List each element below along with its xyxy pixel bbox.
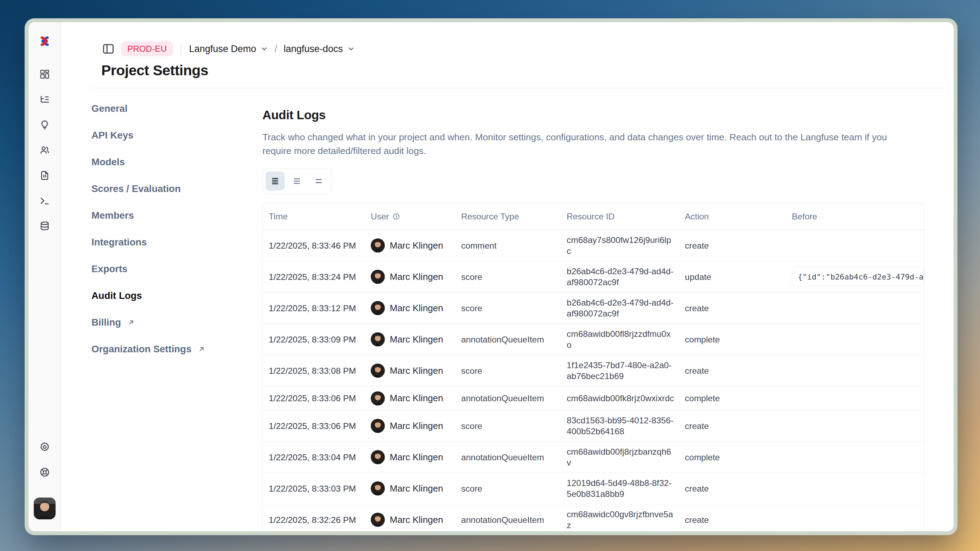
breadcrumb: PROD-EU Langfuse Demo / langfuse-docs <box>101 40 945 57</box>
settings-nav-item-integrations[interactable]: Integrations <box>91 237 262 248</box>
user-name: Marc Klingen <box>390 303 443 314</box>
env-badge: PROD-EU <box>121 41 173 56</box>
cell-user: Marc Klingen <box>365 391 455 405</box>
table-row[interactable]: 1/22/2025, 8:33:06 PM Marc Klingen score… <box>263 410 924 441</box>
settings-nav-item-api-keys[interactable]: API Keys <box>91 130 262 141</box>
row-height-short-icon[interactable] <box>309 171 328 191</box>
user-avatar-icon <box>371 364 385 378</box>
sidebar-item-datasets[interactable] <box>37 168 52 183</box>
table-row[interactable]: 1/22/2025, 8:33:24 PM Marc Klingen score… <box>263 261 924 292</box>
user-avatar[interactable] <box>34 497 56 519</box>
col-before: Before <box>786 212 924 222</box>
chevron-down-icon <box>347 45 355 53</box>
settings-gear-icon[interactable] <box>37 439 52 455</box>
sidebar-item-database[interactable] <box>37 218 52 234</box>
col-action: Action <box>679 212 786 222</box>
settings-nav-item-billing[interactable]: Billing <box>91 317 262 328</box>
user-avatar-icon <box>371 513 385 527</box>
user-avatar-icon <box>371 238 385 252</box>
table-row[interactable]: 1/22/2025, 8:33:09 PM Marc Klingen annot… <box>263 324 924 355</box>
user-name: Marc Klingen <box>390 483 443 494</box>
support-lifebuoy-icon[interactable] <box>37 465 52 480</box>
panel-left-icon[interactable] <box>101 42 115 56</box>
cell-resource-id: cm68awidb00fk8rjz0wxixrdc <box>561 393 679 404</box>
project-selector[interactable]: langfuse-docs <box>284 44 355 54</box>
sidebar-item-prompts[interactable] <box>37 117 52 133</box>
table-row[interactable]: 1/22/2025, 8:33:03 PM Marc Klingen score… <box>263 473 924 504</box>
langfuse-logo-icon <box>37 35 52 48</box>
sidebar-item-users[interactable] <box>37 143 52 158</box>
org-selector[interactable]: Langfuse Demo <box>189 44 268 54</box>
cell-resource-id: cm68awidc00gv8rjzfbnve5az <box>561 509 679 530</box>
settings-nav-label: Models <box>91 156 125 168</box>
user-name: Marc Klingen <box>390 240 443 251</box>
user-avatar-icon <box>371 419 385 433</box>
cell-user: Marc Klingen <box>365 450 455 464</box>
sidebar-item-playground[interactable] <box>37 193 52 208</box>
sidebar-item-dashboard[interactable] <box>37 67 52 82</box>
section-description: Track who changed what in your project a… <box>262 130 917 158</box>
settings-nav-item-organization-settings[interactable]: Organization Settings <box>91 343 262 355</box>
settings-nav: General API Keys Models Scores / Evaluat… <box>91 103 262 531</box>
org-name: Langfuse Demo <box>189 44 256 54</box>
user-name: Marc Klingen <box>390 272 443 283</box>
table-row[interactable]: 1/22/2025, 8:33:08 PM Marc Klingen score… <box>263 355 924 386</box>
before-json-preview[interactable]: {"id":"b26ab4c6-d2e3-479d-a <box>792 267 924 287</box>
user-name: Marc Klingen <box>390 514 443 525</box>
settings-nav-label: General <box>91 103 127 114</box>
cell-user: Marc Klingen <box>365 481 455 495</box>
cell-resource-id: cm68awidb00fj8rjzbanzqh6v <box>561 446 679 468</box>
settings-nav-item-audit-logs[interactable]: Audit Logs <box>91 290 262 301</box>
settings-nav-item-models[interactable]: Models <box>91 156 262 168</box>
settings-nav-label: Members <box>91 210 134 221</box>
settings-nav-item-general[interactable]: General <box>91 103 262 114</box>
row-height-tall-icon[interactable] <box>266 171 285 191</box>
table-body: 1/22/2025, 8:33:46 PM Marc Klingen comme… <box>263 230 924 531</box>
cell-resource-id: 83cd1563-bb95-4012-8356-400b52b64168 <box>561 415 679 437</box>
cell-time: 1/22/2025, 8:33:04 PM <box>263 452 365 463</box>
cell-action: create <box>679 421 786 432</box>
cell-resource-type: score <box>455 272 561 283</box>
user-avatar-icon <box>371 270 385 284</box>
table-row[interactable]: 1/22/2025, 8:33:46 PM Marc Klingen comme… <box>263 230 924 261</box>
cell-resource-type: score <box>455 303 561 314</box>
settings-nav-item-exports[interactable]: Exports <box>91 264 262 275</box>
user-name: Marc Klingen <box>390 334 443 345</box>
cell-action: complete <box>679 393 786 404</box>
cell-action: complete <box>679 334 786 345</box>
cell-action: update <box>679 272 786 283</box>
user-avatar-icon <box>371 332 385 346</box>
table-row[interactable]: 1/22/2025, 8:32:26 PM Marc Klingen annot… <box>263 504 924 531</box>
app-window: PROD-EU Langfuse Demo / langfuse-docs Pr… <box>25 18 958 535</box>
row-height-toggle-group <box>262 168 331 194</box>
table-row[interactable]: 1/22/2025, 8:33:04 PM Marc Klingen annot… <box>263 441 924 473</box>
user-name: Marc Klingen <box>390 365 443 376</box>
audit-logs-section: Audit Logs Track who changed what in you… <box>262 103 954 531</box>
cell-time: 1/22/2025, 8:33:12 PM <box>263 303 365 314</box>
cell-time: 1/22/2025, 8:33:24 PM <box>263 272 365 283</box>
cell-user: Marc Klingen <box>365 270 455 284</box>
cell-time: 1/22/2025, 8:33:08 PM <box>263 365 365 376</box>
cell-time: 1/22/2025, 8:33:46 PM <box>263 240 365 251</box>
cell-action: create <box>679 365 786 376</box>
cell-time: 1/22/2025, 8:33:06 PM <box>263 393 365 404</box>
cell-resource-id: b26ab4c6-d2e3-479d-ad4d-af980072ac9f <box>561 297 679 319</box>
cell-user: Marc Klingen <box>365 332 455 346</box>
settings-nav-item-members[interactable]: Members <box>91 210 262 221</box>
cell-user: Marc Klingen <box>365 513 455 527</box>
cell-resource-type: annotationQueueItem <box>455 393 561 404</box>
row-height-medium-icon[interactable] <box>287 171 306 191</box>
page-title: Project Settings <box>101 62 945 79</box>
cell-user: Marc Klingen <box>365 364 455 378</box>
cell-resource-type: annotationQueueItem <box>455 514 561 525</box>
cell-resource-type: annotationQueueItem <box>455 334 561 345</box>
table-row[interactable]: 1/22/2025, 8:33:06 PM Marc Klingen annot… <box>263 386 924 410</box>
settings-nav-item-scores-evaluation[interactable]: Scores / Evaluation <box>91 183 262 194</box>
cell-time: 1/22/2025, 8:32:26 PM <box>263 514 365 525</box>
sidebar-item-tracing[interactable] <box>37 92 52 107</box>
table-row[interactable]: 1/22/2025, 8:33:12 PM Marc Klingen score… <box>263 292 924 324</box>
cell-resource-type: score <box>455 365 561 376</box>
settings-nav-label: API Keys <box>91 130 133 141</box>
cell-resource-id: 1f1e2435-7bd7-480e-a2a0-ab76bec21b69 <box>561 360 679 381</box>
settings-nav-label: Scores / Evaluation <box>91 183 181 194</box>
